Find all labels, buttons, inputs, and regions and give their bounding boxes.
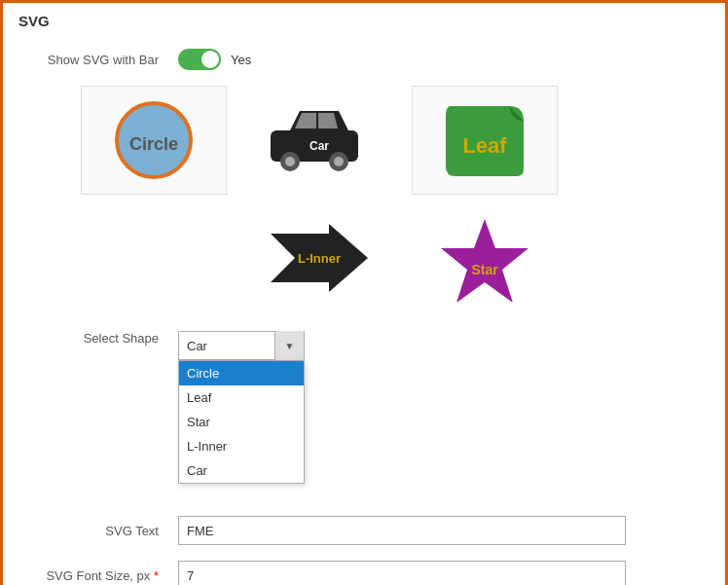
circle-svg: Circle xyxy=(105,96,202,184)
car-svg: Car xyxy=(266,101,373,179)
shape-cell-linner: L-Inner xyxy=(246,204,392,311)
svg-font-size-input[interactable] xyxy=(178,561,626,585)
leaf-svg: Leaf xyxy=(436,96,533,184)
shape-cell-circle: Circle xyxy=(81,86,227,195)
svg-text:Car: Car xyxy=(309,139,329,153)
svg-text:Star: Star xyxy=(471,262,498,277)
svg-text-row: SVG Text xyxy=(22,516,706,545)
main-window: SVG Show SVG with Bar Yes Circle xyxy=(0,0,728,585)
select-shape-label: Select Shape xyxy=(22,331,178,346)
select-shape-dropdown: Circle Leaf Star L-Inner Car xyxy=(178,360,305,484)
shapes-grid: Circle C xyxy=(81,86,706,311)
dropdown-item-star[interactable]: Star xyxy=(179,410,304,434)
select-shape-value: Car xyxy=(179,339,274,353)
svg-font-size-label: SVG Font Size, px xyxy=(22,568,178,583)
toggle-wrap: Yes xyxy=(178,49,251,70)
shape-cell-star: Star xyxy=(412,204,558,311)
dropdown-item-leaf[interactable]: Leaf xyxy=(179,385,304,410)
svg-point-4 xyxy=(285,157,295,166)
toggle-state-label: Yes xyxy=(231,53,251,67)
select-shape-row: Select Shape Car ▼ Circle Leaf Star L-In… xyxy=(22,331,706,360)
linner-svg: L-Inner xyxy=(266,219,373,297)
svg-font-size-row: SVG Font Size, px xyxy=(22,561,706,585)
svg-text-label: SVG Text xyxy=(22,524,178,538)
select-shape-wrap: Car ▼ Circle Leaf Star L-Inner Car xyxy=(178,331,305,360)
dropdown-item-circle[interactable]: Circle xyxy=(179,361,304,385)
toggle-label: Show SVG with Bar xyxy=(22,53,178,67)
window-title: SVG xyxy=(3,3,725,39)
svg-point-6 xyxy=(334,157,344,166)
shape-cell-car: Car xyxy=(246,86,392,195)
toggle-row: Show SVG with Bar Yes xyxy=(22,49,706,70)
svg-text:L-Inner: L-Inner xyxy=(298,251,341,266)
svg-text-input[interactable] xyxy=(178,516,626,545)
select-shape-box[interactable]: Car ▼ xyxy=(178,331,305,360)
svg-marker-10 xyxy=(441,219,528,302)
shape-cell-empty xyxy=(81,204,227,311)
content-area: Show SVG with Bar Yes Circle xyxy=(3,39,725,585)
select-arrow-icon[interactable]: ▼ xyxy=(274,331,304,360)
shape-cell-leaf: Leaf xyxy=(412,86,558,195)
dropdown-item-car[interactable]: Car xyxy=(179,458,304,483)
svg-text:Circle: Circle xyxy=(129,134,178,154)
star-svg: Star xyxy=(436,214,533,302)
svg-bar-toggle[interactable] xyxy=(178,49,221,70)
svg-text:Leaf: Leaf xyxy=(462,133,507,158)
dropdown-item-linner[interactable]: L-Inner xyxy=(179,434,304,458)
